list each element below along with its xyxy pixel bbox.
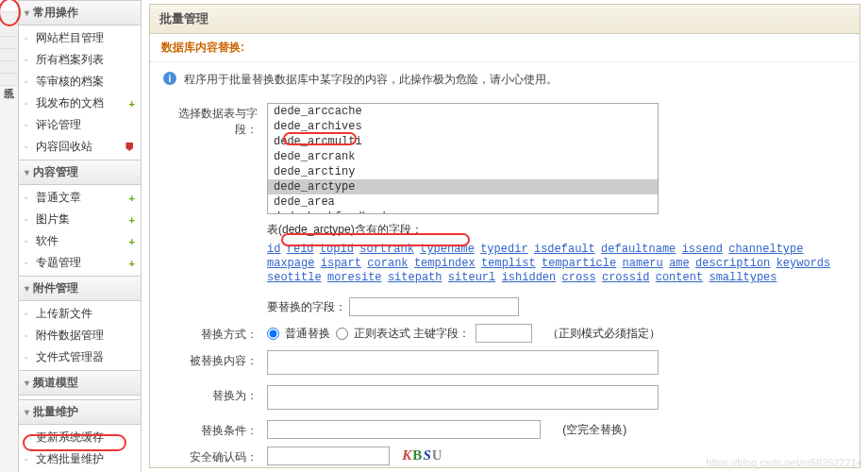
vtab-1[interactable]: 模块 [0,12,18,25]
sidebar-item[interactable]: 图片集+ [19,209,141,230]
sidebar-item[interactable]: 更新系统缓存 [19,427,141,448]
captcha-image: KBSU [402,447,442,464]
label-from: 被替换内容： [163,350,267,369]
label-regex: 正则表达式 主键字段： [354,326,470,342]
sidebar-section-head[interactable]: ▾常用操作 [19,0,141,25]
chevron-down-icon: ▾ [25,167,29,177]
chevron-down-icon: ▾ [25,378,29,388]
vtab-5[interactable]: 模板 [0,61,18,74]
sidebar-item[interactable]: 内容回收站⛊ [19,136,141,158]
panel-subtitle: 数据库内容替换: [150,34,860,62]
sidebar-item[interactable]: 文档批量维护 [19,448,141,470]
vtab-4[interactable]: 会员 [0,49,18,61]
regex-hint: （正则模式必须指定） [547,326,660,342]
field-link[interactable]: issend [682,243,723,256]
table-row[interactable]: dede_arctype [268,179,658,194]
field-link[interactable]: temparticle [542,257,616,270]
field-link[interactable]: templist [481,257,536,270]
captcha-input[interactable] [267,447,390,465]
sidebar-item[interactable]: 普通文章+ [19,187,141,209]
label-replace-field: 要替换的字段： [267,300,346,313]
field-links: id reid topid sortrank typename typedir … [267,242,846,284]
field-link[interactable]: sortrank [359,243,414,256]
chevron-down-icon: ▾ [25,283,29,294]
table-row[interactable]: dede_arcmulti [268,134,658,149]
warning-row: i 程序用于批量替换数据库中某字段的内容，此操作极为危险，请小心使用。 [150,62,860,97]
sidebar-item[interactable]: 附件数据管理 [19,325,141,346]
sidebar-item[interactable]: 上传新文件 [19,303,141,325]
label-captcha: 安全确认码： [163,447,267,465]
sidebar-item[interactable]: 所有档案列表 [19,49,141,71]
field-link[interactable]: smalltypes [709,271,776,284]
vtab-3[interactable]: 采集 [0,37,18,49]
plus-icon: + [129,98,135,110]
main-area: 批量管理 数据库内容替换: i 程序用于批量替换数据库中某字段的内容，此操作极为… [142,0,868,472]
table-row[interactable]: dede_archives [268,119,658,134]
sidebar-section-head[interactable]: ▾频道模型 [19,370,141,396]
sidebar-item[interactable]: 我发布的文档+ [19,93,141,114]
sidebar-item[interactable]: 评论管理 [19,114,141,136]
table-row[interactable]: dede_arccache [268,104,658,119]
field-link[interactable]: isdefault [534,243,595,256]
label-to: 替换为： [163,385,267,404]
field-link[interactable]: channeltype [728,243,803,256]
to-textarea[interactable] [267,385,659,410]
sidebar-section-head[interactable]: ▾批量维护 [19,399,141,425]
sidebar-item[interactable]: 文件式管理器 [19,346,141,368]
field-link[interactable]: typename [420,243,475,256]
field-link[interactable]: keywords [776,257,831,270]
sidebar-section-head[interactable]: ▾附件管理 [19,276,141,301]
field-link[interactable]: topid [320,243,354,256]
table-row[interactable]: dede_arcrank [268,149,658,164]
field-link[interactable]: id [267,243,280,256]
cond-hint: (空完全替换) [562,423,626,436]
field-link[interactable]: ame [669,257,690,270]
radio-regex[interactable] [336,328,348,340]
field-link[interactable]: tempindex [414,257,476,270]
table-listbox[interactable]: dede_arccachedede_archivesdede_arcmultid… [267,103,659,214]
vertical-tabs: 核心模块生成采集会员模板系统 [0,0,19,472]
label-replace-mode: 替换方式： [163,324,267,343]
chevron-down-icon: ▾ [25,407,29,417]
field-link[interactable]: reid [287,243,314,256]
panel-title: 批量管理 [150,5,860,34]
field-link[interactable]: defaultname [601,243,676,256]
field-link[interactable]: seotitle [267,271,322,284]
field-link[interactable]: maxpage [267,257,314,270]
field-link[interactable]: content [656,271,703,284]
from-textarea[interactable] [267,350,659,375]
cond-input[interactable] [267,420,541,439]
vtab-6[interactable]: 系统 [0,74,18,86]
field-link[interactable]: ispart [321,257,361,270]
table-row[interactable]: dede_bookfeedback [268,210,658,214]
field-link[interactable]: ishidden [502,271,557,284]
plus-icon: + [129,214,135,226]
table-row[interactable]: dede_arctiny [268,164,658,179]
sidebar-item[interactable]: 软件+ [19,230,141,252]
field-link[interactable]: nameru [623,257,663,270]
field-link[interactable]: cross [562,271,596,284]
field-link[interactable]: moresite [327,271,382,284]
vtab-0[interactable]: 核心 [0,0,18,12]
table-row[interactable]: dede_area [268,194,658,210]
field-link[interactable]: description [695,257,770,270]
label-cond: 替换条件： [163,420,267,439]
radio-normal[interactable] [267,328,279,340]
info-icon: i [163,72,176,85]
vtab-2[interactable]: 生成 [0,25,18,37]
field-link[interactable]: crossid [602,271,649,284]
sidebar-item[interactable]: 网站栏目管理 [19,27,141,49]
field-link[interactable]: siteurl [448,271,495,284]
label-select-table: 选择数据表与字段： [163,103,267,138]
replace-field-input[interactable] [349,297,519,316]
field-link[interactable]: typedir [480,243,527,256]
primary-key-input[interactable] [476,324,532,343]
sidebar-item[interactable]: 专题管理+ [19,252,141,274]
plus-icon: + [129,236,135,247]
sidebar-section-head[interactable]: ▾内容管理 [19,160,141,185]
sidebar-item[interactable]: 等审核的档案 [19,71,141,93]
label-normal: 普通替换 [285,326,330,342]
field-link[interactable]: sitepath [388,271,442,284]
field-link[interactable]: corank [367,257,408,270]
plus-icon: + [129,258,135,269]
